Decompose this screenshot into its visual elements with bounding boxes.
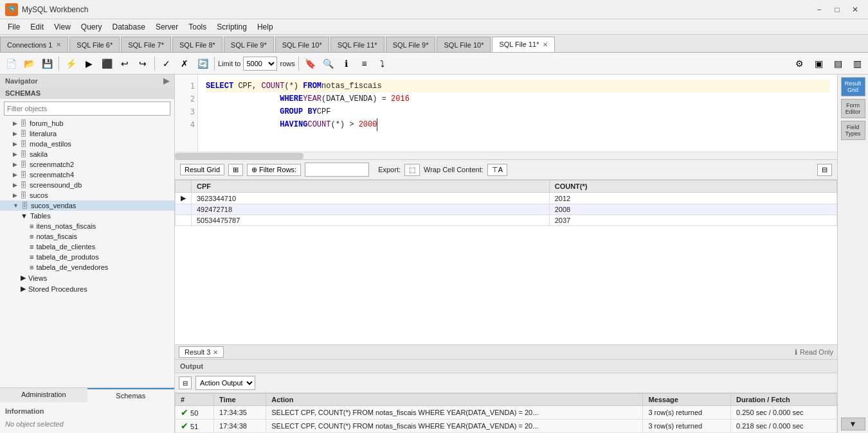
tab-0[interactable]: Connections 1✕ xyxy=(0,37,68,52)
tables-group-sucos_vendas[interactable]: ▼Tables xyxy=(0,211,174,221)
menu-item-help[interactable]: Help xyxy=(252,21,278,33)
maximize-button[interactable]: □ xyxy=(829,4,845,15)
close-button[interactable]: ✕ xyxy=(847,4,863,15)
schema-screenmatch4[interactable]: ▶🗄screenmatch4 xyxy=(0,170,174,180)
cell-cpf-1: 492472718 xyxy=(192,204,550,215)
schema-screensound_db[interactable]: ▶🗄screensound_db xyxy=(0,180,174,190)
menu-item-scripting[interactable]: Scripting xyxy=(212,21,252,33)
filter-add-button[interactable]: ⊕ Filter Rows: xyxy=(247,164,301,176)
execute-current-button[interactable]: ▶ xyxy=(80,55,97,72)
form-editor-panel-btn[interactable]: FormEditor xyxy=(841,99,865,118)
schema-screenmatch2[interactable]: ▶🗄screenmatch2 xyxy=(0,159,174,170)
result-grid[interactable]: CPF COUNT(*) ▶ 3623344710 2012 492472718… xyxy=(175,180,837,344)
layout2-button[interactable]: ▤ xyxy=(829,55,846,72)
settings-button[interactable]: ⚙ xyxy=(791,55,808,72)
result-tab-close[interactable]: ✕ xyxy=(213,349,218,356)
menu-item-server[interactable]: Server xyxy=(150,21,183,33)
procs-group[interactable]: ▶Stored Procedures xyxy=(0,283,174,294)
menu-item-tools[interactable]: Tools xyxy=(183,21,212,33)
stop-button[interactable]: ⬛ xyxy=(98,55,115,72)
field-types-panel-btn[interactable]: FieldTypes xyxy=(841,121,865,140)
tab-9[interactable]: SQL File 11*✕ xyxy=(492,37,555,52)
minimize-button[interactable]: − xyxy=(811,4,827,15)
explain-button[interactable]: ℹ xyxy=(338,55,355,72)
undo-button[interactable]: ↩ xyxy=(116,55,133,72)
redo-button[interactable]: ↪ xyxy=(134,55,151,72)
main-layout: Navigator ▶ SCHEMAS ▶🗄forum_hub▶🗄literal… xyxy=(0,75,868,433)
col-message: Message xyxy=(643,394,731,406)
menu-item-edit[interactable]: Edit xyxy=(25,21,49,33)
schema-sucos_vendas[interactable]: ▼🗄sucos_vendas xyxy=(0,200,174,211)
horizontal-scrollbar[interactable] xyxy=(175,152,837,159)
tab-1[interactable]: SQL File 6* xyxy=(69,37,120,52)
wrap-button[interactable]: ⊤A xyxy=(487,164,507,176)
execute-button[interactable]: ⚡ xyxy=(62,55,79,72)
bookmark-button[interactable]: 🔖 xyxy=(302,55,319,72)
tab-7[interactable]: SQL File 9* xyxy=(386,37,436,52)
schema-sucos[interactable]: ▶🗄sucos xyxy=(0,190,174,200)
schema-literalura[interactable]: ▶🗄literalura xyxy=(0,128,174,139)
filter-input[interactable] xyxy=(4,102,170,116)
result-grid-panel-btn[interactable]: ResultGrid xyxy=(841,77,865,96)
result-tabs: Result 3 ✕ ℹ Read Only xyxy=(175,344,837,359)
scroll-down-btn[interactable]: ▼ xyxy=(841,418,865,430)
schema-forum_hub[interactable]: ▶🗄forum_hub xyxy=(0,118,174,128)
result-toolbar: Result Grid ⊞ ⊕ Filter Rows: Export: ⬚ W… xyxy=(175,160,837,180)
tab-2[interactable]: SQL File 7* xyxy=(121,37,171,52)
cell-count-2: 2037 xyxy=(549,215,836,226)
table-itens_notas_fiscais[interactable]: ≡itens_notas_fiscais xyxy=(0,221,174,231)
filter-rows-input[interactable] xyxy=(305,163,369,177)
export-csv-button[interactable]: ⬚ xyxy=(404,164,420,176)
panel-toggle-button[interactable]: ⊟ xyxy=(817,164,832,176)
table-tabela_de_vendedores[interactable]: ≡tabela_de_vendedores xyxy=(0,262,174,272)
menu-item-database[interactable]: Database xyxy=(107,21,150,33)
tab-6[interactable]: SQL File 11* xyxy=(330,37,384,52)
sidebar-toggle[interactable]: ▶ xyxy=(163,76,169,85)
result-row-1[interactable]: 492472718 2008 xyxy=(176,204,837,215)
export-button[interactable]: ⤵ xyxy=(374,55,391,72)
result-row-2[interactable]: 50534475787 2037 xyxy=(176,215,837,226)
tab-3[interactable]: SQL File 8* xyxy=(172,37,222,52)
auto-commit-button[interactable]: 🔄 xyxy=(194,55,211,72)
result-row-0[interactable]: ▶ 3623344710 2012 xyxy=(176,193,837,204)
result-tab-3[interactable]: Result 3 ✕ xyxy=(179,346,224,358)
tab-8[interactable]: SQL File 10* xyxy=(437,37,491,52)
schema-moda_estilos[interactable]: ▶🗄moda_estilos xyxy=(0,139,174,149)
sql-editor: 1 2 3 4 SELECT CPF, COUNT(*) FROM notas_… xyxy=(175,75,837,160)
output-icon-button[interactable]: ⊟ xyxy=(179,376,192,389)
search-button[interactable]: 🔍 xyxy=(320,55,337,72)
result-grid-button[interactable]: Result Grid xyxy=(180,164,224,175)
output-row-1[interactable]: ✔ 51 17:34:38 SELECT CPF, COUNT(*) FROM … xyxy=(176,420,837,433)
limit-select[interactable]: 5000 1000 10000 xyxy=(243,57,277,71)
format-button[interactable]: ≡ xyxy=(356,55,373,72)
table-notas_fiscais[interactable]: ≡notas_fiscais xyxy=(0,231,174,242)
menu-item-file[interactable]: File xyxy=(3,21,25,33)
menu-item-view[interactable]: View xyxy=(49,21,76,33)
sql-code-area[interactable]: SELECT CPF, COUNT(*) FROM notas_fiscais … xyxy=(198,75,837,152)
rollback-button[interactable]: ✗ xyxy=(176,55,193,72)
menu-item-query[interactable]: Query xyxy=(76,21,107,33)
out-action-1: SELECT CPF, COUNT(*) FROM notas_fiscais … xyxy=(266,420,643,433)
save-button[interactable]: 💾 xyxy=(39,55,55,72)
toolbar-separator-2 xyxy=(154,57,155,71)
output-selector: ⊟ Action Output Text Output xyxy=(175,373,837,393)
layout3-button[interactable]: ▥ xyxy=(849,55,865,72)
schema-sakila[interactable]: ▶🗄sakila xyxy=(0,149,174,159)
navigator-label: Navigator xyxy=(5,77,38,85)
tab-5[interactable]: SQL File 10* xyxy=(275,37,329,52)
layout-button[interactable]: ▣ xyxy=(810,55,827,72)
grid-icon-button[interactable]: ⊞ xyxy=(228,164,243,176)
output-type-select[interactable]: Action Output Text Output xyxy=(195,376,255,390)
tab-4[interactable]: SQL File 9* xyxy=(224,37,274,52)
commit-button[interactable]: ✓ xyxy=(158,55,175,72)
open-file-button[interactable]: 📂 xyxy=(21,55,37,72)
output-row-0[interactable]: ✔ 50 17:34:35 SELECT CPF, COUNT(*) FROM … xyxy=(176,406,837,420)
sidebar-tab-administration[interactable]: Administration xyxy=(0,388,87,402)
tab-close-9[interactable]: ✕ xyxy=(543,41,548,48)
views-group[interactable]: ▶Views xyxy=(0,272,174,283)
new-file-button[interactable]: 📄 xyxy=(3,55,19,72)
table-tabela_de_produtos[interactable]: ≡tabela_de_produtos xyxy=(0,252,174,262)
tab-close-0[interactable]: ✕ xyxy=(56,41,61,48)
table-tabela_de_clientes[interactable]: ≡tabela_de_clientes xyxy=(0,242,174,252)
sidebar-tab-schemas[interactable]: Schemas xyxy=(87,388,175,402)
